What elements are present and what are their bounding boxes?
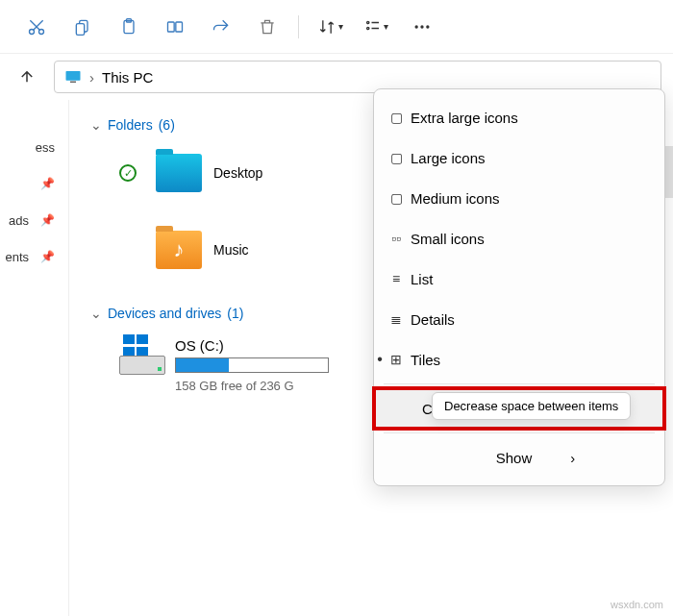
menu-separator xyxy=(384,383,655,384)
toolbar-separator xyxy=(298,15,299,38)
navigation-pane: ess 📌 ads📌 ents📌 xyxy=(0,100,69,616)
more-button[interactable] xyxy=(403,8,441,46)
drive-usage-bar xyxy=(175,357,329,373)
svg-point-12 xyxy=(426,25,429,28)
breadcrumb-root[interactable]: This PC xyxy=(102,69,153,86)
svg-point-11 xyxy=(420,25,423,28)
svg-point-9 xyxy=(366,27,368,29)
chevron-down-icon: ⌄ xyxy=(90,306,102,321)
nav-item-downloads[interactable]: ads📌 xyxy=(0,202,68,238)
item-label: Desktop xyxy=(213,165,262,181)
svg-rect-3 xyxy=(76,23,84,35)
menu-item-sm-icons[interactable]: ▫▫Small icons xyxy=(374,218,664,259)
item-label: Music xyxy=(213,242,249,258)
sm-icon: ▫▫ xyxy=(387,231,405,246)
sort-button[interactable]: ▾ xyxy=(311,8,349,46)
lg-icon: ▢ xyxy=(387,150,405,165)
menu-item-md-icons[interactable]: ▢Medium icons xyxy=(374,178,664,218)
folder-item-music[interactable]: ♪ Music xyxy=(119,223,249,277)
menu-item-list[interactable]: ≡List xyxy=(374,259,664,299)
svg-rect-13 xyxy=(66,71,81,81)
chevron-right-icon: › xyxy=(570,450,575,466)
drive-label: OS (C:) xyxy=(175,337,329,354)
xl-icon: ▢ xyxy=(387,110,405,125)
view-menu: ▢Extra large icons ▢Large icons ▢Medium … xyxy=(373,88,665,486)
up-button[interactable] xyxy=(12,62,42,92)
svg-rect-14 xyxy=(70,82,76,84)
folder-icon xyxy=(156,154,202,192)
paste-button[interactable] xyxy=(110,8,148,46)
details-icon: ≣ xyxy=(387,311,405,327)
svg-point-8 xyxy=(366,21,368,23)
group-count: (6) xyxy=(159,117,175,133)
nav-item-pinned[interactable]: 📌 xyxy=(0,165,68,202)
delete-button[interactable] xyxy=(248,8,287,46)
tiles-icon: ⊞ xyxy=(387,352,405,367)
cut-button[interactable] xyxy=(17,8,56,46)
svg-rect-6 xyxy=(168,22,175,32)
view-button[interactable]: ▾ xyxy=(357,8,395,46)
copy-button[interactable] xyxy=(63,8,102,46)
folder-icon: ♪ xyxy=(156,231,202,269)
menu-item-tiles[interactable]: ⊞Tiles xyxy=(374,339,664,380)
watermark: wsxdn.com xyxy=(611,599,663,610)
tooltip-compact: Decrease space between items xyxy=(432,392,631,420)
pin-icon: 📌 xyxy=(40,250,55,263)
nav-item-documents[interactable]: ents📌 xyxy=(0,238,68,275)
share-button[interactable] xyxy=(202,8,240,46)
menu-item-xl-icons[interactable]: ▢Extra large icons xyxy=(374,97,664,137)
check-icon: ✓ xyxy=(119,164,137,182)
menu-item-show[interactable]: Show› xyxy=(374,437,664,478)
command-bar: ▾ ▾ xyxy=(0,0,673,54)
menu-item-details[interactable]: ≣Details xyxy=(374,299,664,339)
monitor-icon xyxy=(64,68,82,86)
nav-item-quickaccess[interactable]: ess xyxy=(0,129,68,165)
drive-icon xyxy=(119,334,165,375)
chevron-down-icon: ⌄ xyxy=(90,117,102,133)
pin-icon: 📌 xyxy=(40,177,55,190)
rename-button[interactable] xyxy=(156,8,194,46)
folder-item-desktop[interactable]: ✓ Desktop xyxy=(119,146,262,200)
menu-separator xyxy=(384,432,655,433)
group-label: Devices and drives xyxy=(108,306,221,321)
breadcrumb-sep: › xyxy=(89,69,94,86)
group-count: (1) xyxy=(227,306,243,321)
svg-point-10 xyxy=(415,25,418,28)
group-label: Folders xyxy=(108,117,153,133)
svg-rect-7 xyxy=(176,22,183,32)
pin-icon: 📌 xyxy=(40,213,55,227)
menu-item-lg-icons[interactable]: ▢Large icons xyxy=(374,137,664,178)
list-icon: ≡ xyxy=(387,271,405,286)
md-icon: ▢ xyxy=(387,190,405,206)
